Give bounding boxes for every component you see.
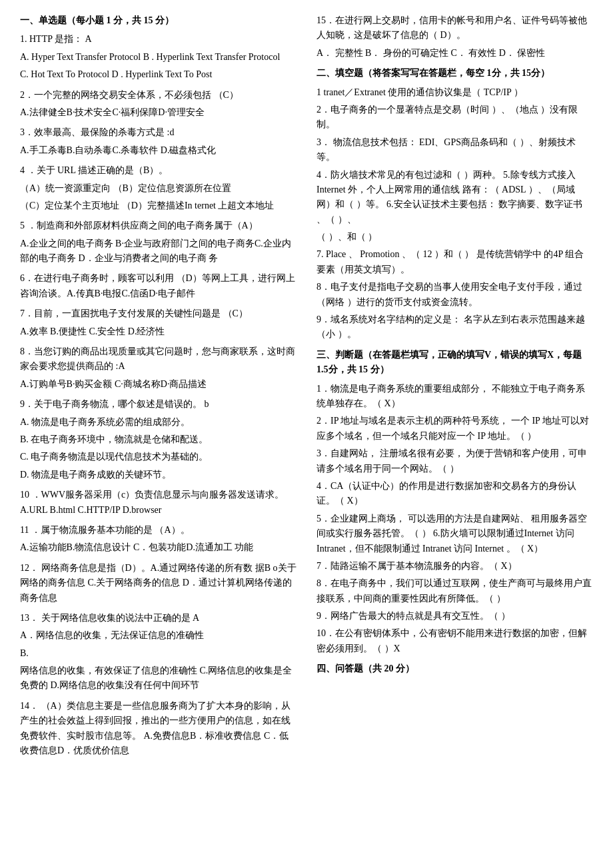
fill-q4b: （ ）、和（ ） [316,230,593,244]
q14-text: 14． （A）类信息主要是一些信息服务商为了扩大本身的影响，从产生的社会效益上得… [20,699,297,759]
section1-title: 一、单选题（每小题 1 分，共 15 分） [20,13,297,28]
judge-q5: 5．企业建网上商场， 可以选用的方法是自建网站、 租用服务器空间或实行服务器托管… [316,512,593,556]
question-5: 5 ．制造商和外部原材料供应商之间的电子商务属于（A） A.企业之间的电子商务 … [20,218,297,266]
judge-q10: 10．在公有密钥体系中，公有密钥不能用来进行数据的加密，但解密必须用到。（ ）X [316,626,593,656]
q6-text: 6．在进行电子商务时，顾客可以利用 （D）等网上工具，进行网上咨询洽谈。A.传真… [20,271,297,301]
judge-q8: 8．在电子商务中，我们可以通过互联网，使生产商可与最终用户直接联系，中间商的重要… [316,576,593,606]
q3-text: 3．效率最高、最保险的杀毒方式是 :d [20,125,297,140]
judge-q4: 4．CA（认证中心）的作用是进行数据加密和交易各方的身份认证。（ X） [316,479,593,509]
section2-title: 二、填空题（将答案写写在答题栏，每空 1分，共 15分） [316,66,593,81]
question-10: 10 ．WWV服务器采用（c）负责信息显示与向服务器发送请求。 A.URL B.… [20,488,297,518]
judge-q1: 1．物流是电子商务系统的重要组成部分， 不能独立于电子商务系统单独存在。（ X） [316,382,593,412]
q7-text: 7．目前，一直困扰电子支付发展的关键性问题是 （C） [20,306,297,321]
q13-optB: B. [20,646,297,661]
question-4: 4 ．关于 URL 描述正确的是（B）。 （A）统一资源重定向 （B）定位信息资… [20,163,297,213]
section3-title: 三、判断题（在答题栏填写，正确的填写V，错误的填写X，每题1.5分，共 15 分… [316,348,593,378]
q8-text: 8．当您订购的商品出现质量或其它问题时，您与商家联系，这时商家会要求您提供商品的… [20,344,297,374]
q13-optA: A．网络信息的收集，无法保证信息的准确性 [20,628,297,643]
question-14: 14． （A）类信息主要是一些信息服务商为了扩大本身的影响，从产生的社会效益上得… [20,699,297,759]
q1-text: 1. HTTP 是指： A [20,32,297,47]
judge-q9: 9．网络广告最大的特点就是具有交互性。（ ） [316,609,593,624]
fill-q1: 1 tranet／Extranet 使用的通信协议集是（ TCP/IP ） [316,85,593,100]
question-2: 2．一个完整的网络交易安全体系，不必须包括 （C） A.法律健全B·技术安全C·… [20,88,297,121]
q15-opt: A． 完整性 B． 身份的可确定性 C． 有效性 D． 保密性 [316,46,593,61]
q2-opt: A.法律健全B·技术安全C·福利保障D·管理安全 [20,105,297,120]
left-column: 一、单选题（每小题 1 分，共 15 分） 1. HTTP 是指： A A. H… [20,13,297,763]
fill-q7: 7. Place 、 Promotion 、（ 12 ）和（ ） 是传统营销学中… [316,247,593,277]
judge-questions: 1．物流是电子商务系统的重要组成部分， 不能独立于电子商务系统单独存在。（ X）… [316,382,593,657]
judge-q2: 2．IP 地址与域名是表示主机的两种符号系统， 一个 IP 地址可以对应多个域名… [316,414,593,444]
question-3: 3．效率最高、最保险的杀毒方式是 :d A.手工杀毒B.自动杀毒C.杀毒软件 D… [20,125,297,158]
question-13: 13． 关于网络信息收集的说法中正确的是 A A．网络信息的收集，无法保证信息的… [20,611,297,693]
q11-text: 11 ．属于物流服务基本功能的是 （A）。 [20,523,297,538]
question-6: 6．在进行电子商务时，顾客可以利用 （D）等网上工具，进行网上咨询洽谈。A.传真… [20,271,297,301]
q13-optBC: 网络信息的收集，有效保证了信息的准确性 C.网络信息的收集是全免费的 D.网络信… [20,663,297,693]
judge-q7: 7．陆路运输不属于基本物流服务的内容。（ X） [316,559,593,574]
q9-optD: D. 物流是电子商务成败的关键环节。 [20,468,297,482]
q5-opt: A.企业之间的电子商务 B·企业与政府部门之间的电子商务C.企业内部的电子商务 … [20,236,297,266]
q4-text: 4 ．关于 URL 描述正确的是（B）。 [20,163,297,178]
question-15: 15．在进行网上交易时，信用卡的帐号和用户名、证件号码等被他人知晓，这是破坏了信… [316,13,593,61]
fill-q9: 9．域名系统对名字结构的定义是： 名字从左到右表示范围越来越（小 ）。 [316,312,593,342]
q10-text: 10 ．WWV服务器采用（c）负责信息显示与向服务器发送请求。 A.URL B.… [20,488,297,518]
question-11: 11 ．属于物流服务基本功能的是 （A）。 A.运输功能B.物流信息设计 C．包… [20,523,297,556]
fill-q4: 4．防火墙技术常见的有包过滤和（ ）两种。 5.除专线方式接入Internet … [316,168,593,228]
q5-text: 5 ．制造商和外部原材料供应商之间的电子商务属于（A） [20,218,297,233]
q13-text: 13． 关于网络信息收集的说法中正确的是 A [20,611,297,626]
q1-optA: A. Hyper Text Transfer Protocol B . Hype… [20,50,297,65]
section4-title: 四、问答题（共 20 分） [316,661,593,676]
q2-text: 2．一个完整的网络交易安全体系，不必须包括 （C） [20,88,297,103]
question-8: 8．当您订购的商品出现质量或其它问题时，您与商家联系，这时商家会要求您提供商品的… [20,344,297,392]
fill-q3: 3． 物流信息技术包括： EDI、GPS商品条码和（ ）、射频技术等。 [316,135,593,165]
q11-opt: A.运输功能B.物流信息设计 C．包装功能D.流通加工 功能 [20,540,297,555]
right-column: 15．在进行网上交易时，信用卡的帐号和用户名、证件号码等被他人知晓，这是破坏了信… [316,13,593,763]
question-7: 7．目前，一直困扰电子支付发展的关键性问题是 （C） A.效率 B.便捷性 C.… [20,306,297,339]
question-9: 9．关于电子商务物流，哪个叙述是错误的。 b A. 物流是电子商务系统必需的组成… [20,397,297,482]
q4-optAB: （A）统一资源重定向 （B）定位信息资源所在位置 [20,181,297,196]
fill-questions: 1 tranet／Extranet 使用的通信协议集是（ TCP/IP ） 2．… [316,85,593,342]
question-12: 12． 网络商务信息是指（D）。A.通过网络传递的所有数 据B o关于网络的商务… [20,561,297,606]
q8-opt: A.订购单号B·购买金额 C·商城名称D·商品描述 [20,377,297,392]
q1-optC: C. Hot Text To Protocol D . Hyperlink Te… [20,67,297,82]
q7-opt: A.效率 B.便捷性 C.安全性 D.经济性 [20,324,297,339]
question-1: 1. HTTP 是指： A A. Hyper Text Transfer Pro… [20,32,297,82]
fill-q8: 8．电子支付是指电子交易的当事人使用安全电子支付手段，通过（网络 ）进行的货币支… [316,280,593,310]
q4-optCD: （C）定位某个主页地址 （D）完整描述In ternet 上超文本地址 [20,199,297,213]
q9-optA: A. 物流是电子商务系统必需的组成部分。 [20,415,297,430]
q3-opt: A.手工杀毒B.自动杀毒C.杀毒软件 D.磁盘格式化 [20,143,297,158]
q9-optC: C. 电子商务物流是以现代信息技术为基础的。 [20,450,297,464]
fill-q2: 2．电子商务的一个显著特点是交易（时间 ）、（地点 ）没有限制。 [316,103,593,133]
q12-text: 12． 网络商务信息是指（D）。A.通过网络传递的所有数 据B o关于网络的商务… [20,561,297,606]
judge-q3: 3．自建网站， 注册域名很有必要， 为便于营销和客户使用，可申请多个域名用于同一… [316,446,593,476]
q15-text: 15．在进行网上交易时，信用卡的帐号和用户名、证件号码等被他人知晓，这是破坏了信… [316,13,593,43]
q9-text: 9．关于电子商务物流，哪个叙述是错误的。 b [20,397,297,412]
q9-optB: B. 在电子商务环境中，物流就是仓储和配送。 [20,432,297,447]
